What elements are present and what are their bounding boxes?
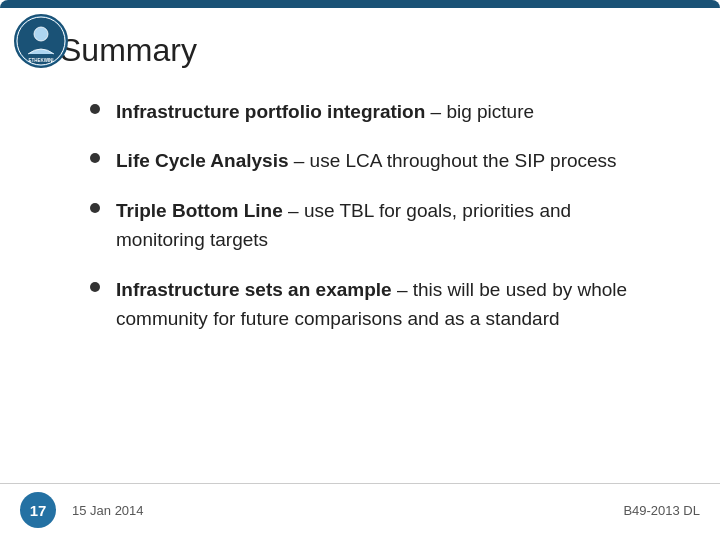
bullet-bold-1: Infrastructure portfolio integration	[116, 101, 425, 122]
bullet-text-2: Life Cycle Analysis – use LCA throughout…	[116, 146, 617, 175]
bullet-text-4: Infrastructure sets an example – this wi…	[116, 275, 660, 334]
slide-title: Summary	[60, 32, 660, 69]
svg-text:ETHEKWINI: ETHEKWINI	[28, 58, 53, 63]
bullet-text-3: Triple Bottom Line – use TBL for goals, …	[116, 196, 660, 255]
bullet-dot	[90, 153, 100, 163]
bullet-bold-4: Infrastructure sets an example	[116, 279, 392, 300]
slide-number: 17	[20, 492, 56, 528]
bullet-list: Infrastructure portfolio integration – b…	[90, 97, 660, 354]
footer-reference: B49-2013 DL	[623, 503, 700, 518]
logo-area: ETHEKWINI	[14, 14, 70, 70]
bullet-dot	[90, 282, 100, 292]
logo-icon: ETHEKWINI	[16, 16, 66, 66]
list-item: Triple Bottom Line – use TBL for goals, …	[90, 196, 660, 255]
top-bar	[0, 0, 720, 8]
logo-circle: ETHEKWINI	[14, 14, 68, 68]
bullet-dot	[90, 203, 100, 213]
bullet-bold-3: Triple Bottom Line	[116, 200, 283, 221]
bullet-text-1: Infrastructure portfolio integration – b…	[116, 97, 534, 126]
footer: 17 15 Jan 2014 B49-2013 DL	[0, 483, 720, 540]
slide: ETHEKWINI Summary Infrastructure portfol…	[0, 0, 720, 540]
bullet-normal-1: – big picture	[425, 101, 534, 122]
bullet-normal-2: – use LCA throughout the SIP process	[288, 150, 616, 171]
list-item: Infrastructure portfolio integration – b…	[90, 97, 660, 126]
bullet-dot	[90, 104, 100, 114]
content-area: Summary Infrastructure portfolio integra…	[0, 8, 720, 483]
svg-point-1	[34, 27, 48, 41]
bullet-bold-2: Life Cycle Analysis	[116, 150, 288, 171]
footer-date: 15 Jan 2014	[72, 503, 623, 518]
list-item: Life Cycle Analysis – use LCA throughout…	[90, 146, 660, 175]
list-item: Infrastructure sets an example – this wi…	[90, 275, 660, 334]
